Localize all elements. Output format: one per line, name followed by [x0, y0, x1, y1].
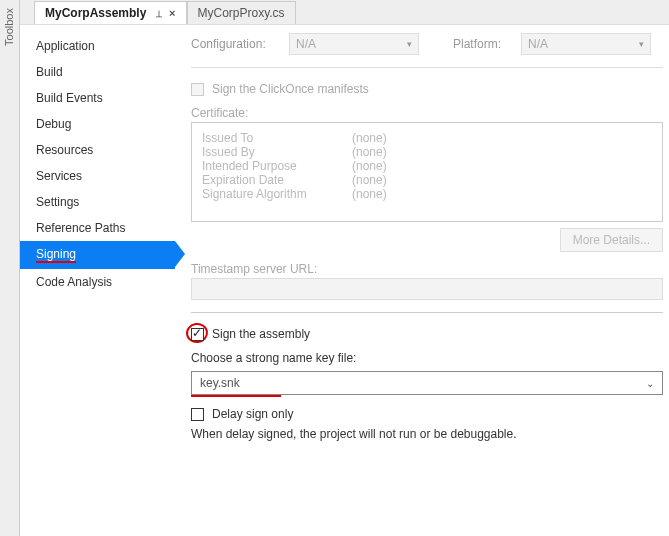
sidebar-item-build-events[interactable]: Build Events: [20, 85, 175, 111]
tab-mycorpproxy[interactable]: MyCorpProxy.cs: [187, 1, 296, 24]
close-icon[interactable]: ×: [169, 7, 175, 19]
sidebar-item-resources[interactable]: Resources: [20, 137, 175, 163]
annotation-underline: [191, 395, 281, 397]
timestamp-server-input: [191, 278, 663, 300]
delay-sign-checkbox[interactable]: [191, 408, 204, 421]
pin-icon[interactable]: ⟂: [156, 8, 162, 19]
tab-label: MyCorpAssembly: [45, 6, 146, 20]
delay-sign-hint: When delay signed, the project will not …: [191, 427, 663, 441]
sidebar-item-reference-paths[interactable]: Reference Paths: [20, 215, 175, 241]
chevron-down-icon: ▾: [639, 39, 644, 49]
configuration-select: N/A ▾: [289, 33, 419, 55]
sidebar-item-application[interactable]: Application: [20, 33, 175, 59]
toolbox-rail[interactable]: Toolbox: [0, 0, 20, 536]
sign-assembly-checkbox[interactable]: [191, 328, 204, 341]
delay-sign-row: Delay sign only: [191, 407, 663, 421]
configuration-label: Configuration:: [191, 37, 281, 51]
sidebar-item-settings[interactable]: Settings: [20, 189, 175, 215]
key-file-value: key.snk: [200, 376, 240, 390]
sidebar-item-signing[interactable]: Signing: [20, 241, 175, 269]
choose-key-label: Choose a strong name key file:: [191, 351, 663, 365]
sidebar-item-build[interactable]: Build: [20, 59, 175, 85]
divider: [191, 67, 663, 68]
signing-panel: Configuration: N/A ▾ Platform: N/A ▾ Sig…: [175, 25, 669, 536]
toolbox-label: Toolbox: [3, 8, 15, 46]
more-details-button: More Details...: [560, 228, 663, 252]
sidebar-item-debug[interactable]: Debug: [20, 111, 175, 137]
chevron-down-icon: ▾: [407, 39, 412, 49]
tab-label: MyCorpProxy.cs: [198, 6, 285, 20]
sidebar-item-code-analysis[interactable]: Code Analysis: [20, 269, 175, 295]
sign-assembly-label: Sign the assembly: [212, 327, 310, 341]
certificate-label: Certificate:: [191, 106, 663, 120]
sign-assembly-row: Sign the assembly: [191, 327, 663, 341]
platform-label: Platform:: [453, 37, 513, 51]
sidebar-item-services[interactable]: Services: [20, 163, 175, 189]
project-properties-sidebar: Application Build Build Events Debug Res…: [20, 25, 175, 536]
divider: [191, 312, 663, 313]
chevron-down-icon[interactable]: ⌄: [646, 378, 654, 389]
tab-mycorpassembly[interactable]: MyCorpAssembly ⟂ ×: [34, 1, 187, 24]
delay-sign-label: Delay sign only: [212, 407, 293, 421]
key-file-select[interactable]: key.snk ⌄: [191, 371, 663, 395]
document-tabs: MyCorpAssembly ⟂ × MyCorpProxy.cs: [20, 0, 669, 24]
sign-clickonce-checkbox: [191, 83, 204, 96]
timestamp-label: Timestamp server URL:: [191, 262, 663, 276]
sign-clickonce-row: Sign the ClickOnce manifests: [191, 82, 663, 96]
platform-select: N/A ▾: [521, 33, 651, 55]
certificate-box: Issued To(none) Issued By(none) Intended…: [191, 122, 663, 222]
sign-clickonce-label: Sign the ClickOnce manifests: [212, 82, 369, 96]
